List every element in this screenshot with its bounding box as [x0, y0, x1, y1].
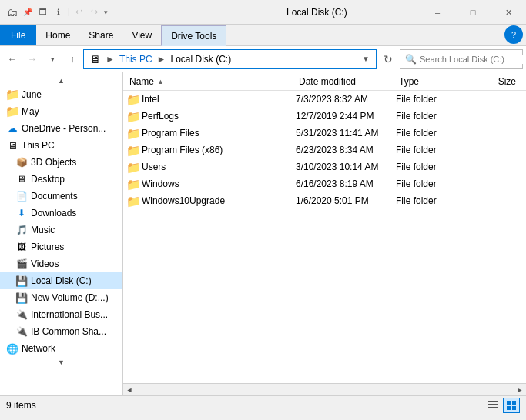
table-row[interactable]: 📁 Program Files 5/31/2023 11:41 AM File …	[123, 125, 526, 142]
search-input[interactable]	[420, 55, 526, 64]
sidebar-item-label-local-disk: Local Disk (C:)	[31, 275, 92, 286]
search-box[interactable]: 🔍	[400, 49, 523, 69]
col-header-date[interactable]: Date modified	[296, 72, 396, 90]
dropdown-arrow: ▾	[104, 8, 108, 16]
path-icon: 🖥	[90, 53, 101, 65]
sidebar-item-documents[interactable]: 📄 Documents	[0, 188, 122, 205]
documents-icon: 📄	[15, 190, 28, 202]
sidebar-item-downloads[interactable]: ⬇ Downloads	[0, 205, 122, 222]
view-tiles-button[interactable]	[503, 398, 520, 413]
folder-icon-june: 📁	[6, 88, 18, 101]
main-layout: ▲ 📁 June 📁 May ☁ OneDrive - Person... 🖥 …	[0, 72, 526, 395]
col-header-name[interactable]: Name ▲	[126, 72, 296, 90]
file-list: 📁 Intel 7/3/2023 8:32 AM File folder 📁 P…	[123, 91, 526, 383]
h-scroll-right[interactable]: ►	[514, 384, 526, 396]
network-icon: 🌐	[6, 342, 18, 355]
sidebar-item-label-network: Network	[22, 343, 55, 354]
sidebar-item-local-disk[interactable]: 💾 Local Disk (C:)	[0, 272, 122, 289]
file-name-1: PerfLogs	[142, 111, 296, 122]
refresh-button[interactable]: ↻	[378, 49, 398, 69]
sidebar-item-june[interactable]: 📁 June	[0, 86, 122, 103]
tab-file[interactable]: File	[0, 25, 36, 45]
svg-rect-3	[507, 401, 511, 405]
sidebar-item-music[interactable]: 🎵 Music	[0, 222, 122, 238]
music-icon: 🎵	[15, 224, 28, 236]
sidebar-item-label-pictures: Pictures	[31, 242, 64, 252]
path-this-pc[interactable]: This PC	[119, 54, 152, 65]
redo-icon: ↪	[89, 6, 101, 18]
sidebar-item-new-volume[interactable]: 💾 New Volume (D:...)	[0, 289, 122, 306]
maximize-button[interactable]: □	[455, 0, 491, 25]
forward-button[interactable]: →	[23, 50, 42, 68]
file-type-0: File folder	[396, 94, 473, 105]
path-dropdown-arrow[interactable]: ▼	[362, 55, 370, 63]
file-list-header: Name ▲ Date modified Type Size	[123, 72, 526, 91]
file-area: Name ▲ Date modified Type Size 📁 Intel 7…	[123, 72, 526, 395]
tab-view[interactable]: View	[122, 25, 161, 45]
up-button[interactable]: ↑	[63, 50, 82, 68]
sidebar-item-this-pc[interactable]: 🖥 This PC	[0, 137, 122, 154]
h-scroll-left[interactable]: ◄	[123, 384, 136, 396]
sidebar: ▲ 📁 June 📁 May ☁ OneDrive - Person... 🖥 …	[0, 72, 123, 395]
file-type-6: File folder	[396, 195, 473, 206]
file-date-4: 3/10/2023 10:14 AM	[296, 162, 396, 172]
table-row[interactable]: 📁 PerfLogs 12/7/2019 2:44 PM File folder	[123, 108, 526, 125]
table-row[interactable]: 📁 Intel 7/3/2023 8:32 AM File folder	[123, 91, 526, 108]
sidebar-item-network[interactable]: 🌐 Network	[0, 340, 122, 357]
svg-rect-6	[512, 406, 516, 410]
details-view-icon	[487, 400, 498, 411]
sidebar-item-label-videos: Videos	[31, 258, 59, 269]
sidebar-item-may[interactable]: 📁 May	[0, 103, 122, 120]
folder-icon-1: 📁	[126, 110, 139, 122]
undo-icon: ↩	[73, 6, 85, 18]
address-path[interactable]: 🖥 ► This PC ► Local Disk (C:) ▼	[83, 49, 377, 69]
sidebar-item-label-music: Music	[31, 225, 55, 235]
search-icon: 🔍	[405, 54, 417, 65]
sidebar-item-videos[interactable]: 🎬 Videos	[0, 255, 122, 272]
close-button[interactable]: ✕	[491, 0, 526, 25]
tab-share[interactable]: Share	[79, 25, 122, 45]
sidebar-scroll-up[interactable]: ▲	[0, 75, 122, 86]
sidebar-item-label-desktop: Desktop	[31, 174, 65, 185]
new-window-icon: 🗖	[37, 6, 49, 18]
this-pc-icon: 🖥	[6, 139, 18, 152]
back-button[interactable]: ←	[3, 50, 22, 68]
sidebar-item-onedrive[interactable]: ☁ OneDrive - Person...	[0, 120, 122, 137]
file-date-1: 12/7/2019 2:44 PM	[296, 111, 396, 122]
file-date-3: 6/23/2023 8:34 AM	[296, 145, 396, 155]
sidebar-item-pictures[interactable]: 🖼 Pictures	[0, 238, 122, 255]
table-row[interactable]: 📁 Windows 6/16/2023 8:19 AM File folder	[123, 175, 526, 192]
file-name-2: Program Files	[142, 128, 296, 138]
downloads-icon: ⬇	[15, 207, 28, 219]
file-date-6: 1/6/2020 5:01 PM	[296, 195, 396, 206]
help-button[interactable]: ?	[504, 25, 523, 44]
view-details-button[interactable]	[484, 398, 501, 413]
file-name-0: Intel	[142, 94, 296, 105]
table-row[interactable]: 📁 Program Files (x86) 6/23/2023 8:34 AM …	[123, 142, 526, 158]
folder-icon-2: 📁	[126, 127, 139, 139]
sidebar-item-3d-objects[interactable]: 📦 3D Objects	[0, 154, 122, 171]
folder-icon-3: 📁	[126, 144, 139, 156]
file-date-0: 7/3/2023 8:32 AM	[296, 94, 396, 105]
table-row[interactable]: 📁 Windows10Upgrade 1/6/2020 5:01 PM File…	[123, 192, 526, 209]
col-header-size[interactable]: Size	[473, 72, 519, 90]
sidebar-item-desktop[interactable]: 🖥 Desktop	[0, 171, 122, 188]
local-disk-icon: 💾	[15, 275, 28, 287]
sidebar-item-label-onedrive: OneDrive - Person...	[22, 123, 106, 134]
recent-button[interactable]: ▾	[43, 50, 62, 68]
3d-objects-icon: 📦	[15, 156, 28, 168]
tab-home[interactable]: Home	[36, 25, 79, 45]
folder-icon-may: 📁	[6, 105, 18, 118]
sidebar-item-intl-bus[interactable]: 🔌 International Bus...	[0, 306, 122, 323]
sidebar-scroll-down[interactable]: ▼	[0, 357, 122, 368]
new-volume-icon: 💾	[15, 292, 28, 304]
sidebar-item-label-may: May	[22, 106, 39, 117]
ribbon-tabs: File Home Share View Drive Tools ?	[0, 25, 526, 46]
table-row[interactable]: 📁 Users 3/10/2023 10:14 AM File folder	[123, 158, 526, 175]
ib-common-icon: 🔌	[15, 325, 28, 338]
col-header-type[interactable]: Type	[396, 72, 473, 90]
path-sep2: ►	[157, 54, 166, 65]
tab-manage[interactable]: Drive Tools	[161, 25, 226, 46]
sidebar-item-ib-common[interactable]: 🔌 IB Common Sha...	[0, 323, 122, 340]
minimize-button[interactable]: –	[420, 0, 455, 25]
